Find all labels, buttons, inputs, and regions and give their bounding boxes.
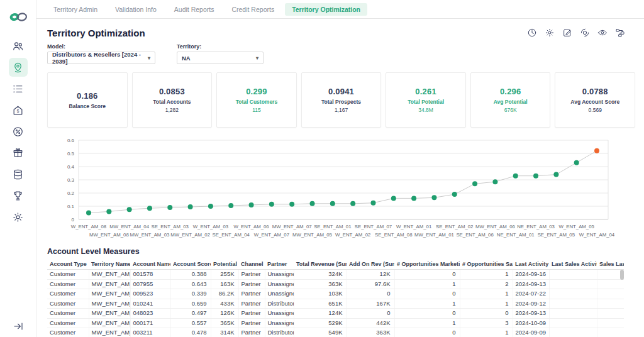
kpi-label: Total Accounts <box>153 99 191 105</box>
table-cell <box>597 328 624 337</box>
column-header[interactable]: Account Score <box>170 259 211 270</box>
sidebar-item-leaderboard[interactable] <box>9 186 28 205</box>
column-header[interactable]: Sales Last S <box>597 259 624 270</box>
data-point[interactable] <box>472 181 477 186</box>
column-header[interactable]: # Opportunities Sales <box>460 259 513 270</box>
table-row[interactable]: CustomerMW_ENT_AM_020001710.557365KPartn… <box>47 318 624 328</box>
sidebar-item-data[interactable] <box>9 165 28 184</box>
table-cell: 2024-07-22 <box>513 289 549 299</box>
data-point[interactable] <box>188 204 193 209</box>
data-point[interactable] <box>350 201 355 206</box>
data-point[interactable] <box>431 195 436 200</box>
x-axis-label: SE_ENT_AM_08 <box>375 232 412 238</box>
data-point[interactable] <box>574 160 579 165</box>
table-cell: 2 <box>460 279 513 289</box>
data-point[interactable] <box>106 209 111 214</box>
table-row[interactable]: CustomerMW_ENT_AM_010015780.388255KPartn… <box>47 270 624 280</box>
table-row[interactable]: CustomerMW_ENT_AM_010095230.33986.2KPart… <box>47 289 624 299</box>
data-point[interactable] <box>86 211 91 216</box>
sidebar-item-discount[interactable] <box>9 122 28 141</box>
sidebar-item-settings[interactable] <box>9 207 28 226</box>
column-header[interactable]: Potential <box>211 259 238 270</box>
table-row[interactable]: CustomerMW_ENT_AM_010079550.643163KPartn… <box>47 279 624 289</box>
table-cell: 009523 <box>130 289 170 299</box>
tab-territory-admin[interactable]: Territory Admin <box>47 3 104 16</box>
y-axis-tick: 0.4 <box>67 164 75 170</box>
sidebar-item-rewards[interactable] <box>9 143 28 162</box>
table-cell <box>549 328 597 337</box>
column-header[interactable]: Total Revenue (Sum) <box>294 259 347 270</box>
table-cell: Unassigned <box>265 279 294 289</box>
highlighted-data-point[interactable] <box>594 148 599 153</box>
data-point[interactable] <box>269 202 274 207</box>
sidebar-collapse-button[interactable] <box>0 321 36 332</box>
table-row[interactable]: CustomerMW_ENT_AM_010102410.659433KPartn… <box>47 299 624 309</box>
tab-audit-reports[interactable]: Audit Reports <box>167 3 221 16</box>
sidebar-item-list[interactable] <box>9 79 28 98</box>
column-header[interactable]: Account Type <box>47 259 89 270</box>
data-point[interactable] <box>492 179 497 184</box>
data-point[interactable] <box>249 202 254 207</box>
data-point[interactable] <box>127 207 132 212</box>
column-header[interactable]: Account Name <box>130 259 170 270</box>
column-header[interactable]: Channel <box>238 259 265 270</box>
data-point[interactable] <box>533 174 538 179</box>
column-header[interactable]: Territory Name <box>89 259 130 270</box>
hierarchy-icon[interactable] <box>614 28 625 38</box>
tab-territory-optimization[interactable]: Territory Optimization <box>285 3 367 16</box>
tab-credit-reports[interactable]: Credit Reports <box>225 3 281 16</box>
column-header[interactable]: Last Activity <box>513 259 549 270</box>
data-point[interactable] <box>411 196 416 201</box>
table-scrollbar-thumb[interactable] <box>620 270 624 280</box>
territory-select[interactable]: NA ▾ <box>177 52 264 64</box>
data-point[interactable] <box>310 201 315 206</box>
trophy-icon <box>12 190 24 202</box>
data-point[interactable] <box>330 201 335 206</box>
data-point[interactable] <box>289 202 294 207</box>
data-point[interactable] <box>208 204 213 209</box>
data-point[interactable] <box>513 174 518 179</box>
data-point[interactable] <box>391 196 396 201</box>
table-row[interactable]: CustomerMW_ENT_AM_010480230.497126KPartn… <box>47 309 624 319</box>
table-header-row: Account TypeTerritory NameAccount NameAc… <box>47 259 624 270</box>
edit-icon[interactable] <box>562 28 572 38</box>
table-cell: Partner <box>238 318 265 328</box>
data-point[interactable] <box>228 203 233 208</box>
kpi-label: Balance Score <box>69 103 106 109</box>
tab-validation-info[interactable]: Validation Info <box>108 3 164 16</box>
table-cell <box>549 289 597 299</box>
x-axis-label: NE_ENT_AM_01 <box>497 232 535 238</box>
table-cell: Partner <box>238 289 265 299</box>
column-header[interactable]: Last Sales Activity <box>549 259 597 270</box>
x-axis-label: MW_ENT_AM_06 <box>475 224 515 229</box>
table-cell <box>597 299 624 309</box>
column-header[interactable]: # Opportunities Marketing <box>394 259 460 270</box>
svg-text:$: $ <box>17 109 19 113</box>
app-logo-icon[interactable] <box>8 10 29 26</box>
column-header[interactable]: Add On Rev (Sum) <box>347 259 394 270</box>
data-point[interactable] <box>147 206 152 211</box>
sidebar-item-territories[interactable] <box>9 58 28 77</box>
table-cell <box>549 318 597 328</box>
x-axis-label: SE_ENT_AM_02 <box>436 224 473 229</box>
automation-icon[interactable] <box>579 28 590 38</box>
sidebar-item-home-value[interactable]: $ <box>9 101 28 119</box>
y-axis-tick: 0.5 <box>67 151 75 157</box>
column-header[interactable]: Partner <box>265 259 294 270</box>
data-point[interactable] <box>553 172 558 177</box>
y-axis-tick: 0.2 <box>67 191 75 196</box>
x-axis-label: W_ENT_AM_02 <box>335 232 370 238</box>
settings-icon[interactable] <box>544 28 555 38</box>
model-select[interactable]: Distributors & Resellers [2024 - 2039] ▾ <box>47 52 155 64</box>
data-point[interactable] <box>452 192 457 197</box>
data-point[interactable] <box>370 201 375 206</box>
chevron-down-icon: ▾ <box>148 55 150 61</box>
x-axis-label: SE_ENT_AM_05 <box>538 232 575 238</box>
page-title: Territory Optimization <box>47 28 145 38</box>
table-row[interactable]: CustomerMW_ENT_AM_020032110.478314KPartn… <box>47 328 624 337</box>
data-point[interactable] <box>167 205 172 210</box>
sidebar-item-people[interactable] <box>9 36 28 55</box>
history-icon[interactable] <box>526 28 537 38</box>
view-icon[interactable] <box>597 28 608 38</box>
table-cell: Customer <box>47 289 89 299</box>
